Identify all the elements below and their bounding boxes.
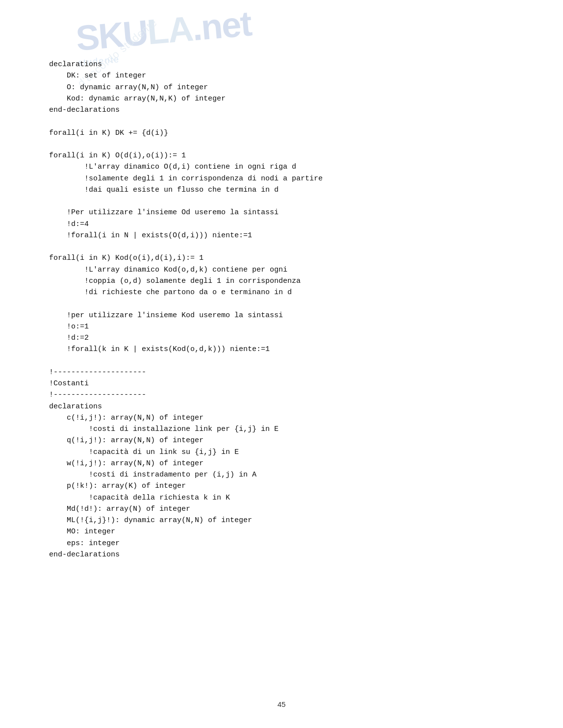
code-line: !per utilizzare l'insieme Kod useremo la…	[49, 310, 524, 321]
code-line: !forall(i in N | exists(O(d,i))) niente:…	[49, 230, 524, 241]
code-line: !capacità della richiesta k in K	[49, 492, 524, 503]
code-line: !d:=4	[49, 219, 524, 230]
page-number: 45	[278, 700, 286, 708]
code-line: declarations	[49, 59, 524, 70]
code-line: Kod: dynamic array(N,N,K) of integer	[49, 93, 524, 104]
code-line: !---------------------	[49, 367, 524, 378]
code-line: !costi di installazione link per {i,j} i…	[49, 424, 524, 435]
code-line: eps: integer	[49, 538, 524, 549]
code-line: !di richieste che partono da o e termina…	[49, 287, 524, 298]
code-line: !forall(k in K | exists(Kod(o,d,k))) nie…	[49, 344, 524, 355]
code-line: !L'array dinamico O(d,i) contiene in ogn…	[49, 161, 524, 173]
code-line: !o:=1	[49, 321, 524, 332]
code-line: declarations	[49, 401, 524, 412]
code-line: end-declarations	[49, 104, 524, 116]
code-line: p(!k!): array(K) of integer	[49, 480, 524, 492]
code-empty-line	[49, 241, 524, 252]
code-block: declarations DK: set of integer O: dynam…	[49, 59, 524, 560]
code-line: ML(!{i,j}!): dynamic array(N,N) of integ…	[49, 515, 524, 526]
code-line: end-declarations	[49, 549, 524, 560]
code-line: forall(i in K) DK += {d(i)}	[49, 127, 524, 139]
code-line: q(!i,j!): array(N,N) of integer	[49, 435, 524, 446]
code-line: DK: set of integer	[49, 70, 524, 81]
code-empty-line	[49, 116, 524, 127]
code-line: !Per utilizzare l'insieme Od useremo la …	[49, 207, 524, 218]
code-line: forall(i in K) O(d(i),o(i)):= 1	[49, 150, 524, 161]
watermark-logo: SKULA.net	[75, 9, 214, 56]
code-line: !L'array dinamico Kod(o,d,k) contiene pe…	[49, 264, 524, 276]
code-line: Md(!d!): array(N) of integer	[49, 503, 524, 515]
code-line: MO: integer	[49, 526, 524, 537]
code-empty-line	[49, 355, 524, 367]
code-line: !coppia (o,d) solamente degli 1 in corri…	[49, 276, 524, 287]
code-line: !dai quali esiste un flusso che termina …	[49, 184, 524, 196]
code-line: !costi di instradamento per (i,j) in A	[49, 469, 524, 480]
page: SKULA.net studente d'accordo studente de…	[0, 0, 563, 728]
code-line: !Costanti	[49, 378, 524, 389]
code-empty-line	[49, 196, 524, 207]
code-line: !---------------------	[49, 389, 524, 401]
code-line: forall(i in K) Kod(o(i),d(i),i):= 1	[49, 252, 524, 264]
code-empty-line	[49, 139, 524, 150]
code-line: !capacità di un link su {i,j} in E	[49, 447, 524, 458]
code-line: w(!i,j!): array(N,N) of integer	[49, 458, 524, 469]
code-line: !d:=2	[49, 332, 524, 344]
code-line: O: dynamic array(N,N) of integer	[49, 82, 524, 93]
code-line: !solamente degli 1 in corrispondenza di …	[49, 173, 524, 184]
code-line: c(!i,j!): array(N,N) of integer	[49, 412, 524, 424]
code-empty-line	[49, 298, 524, 309]
